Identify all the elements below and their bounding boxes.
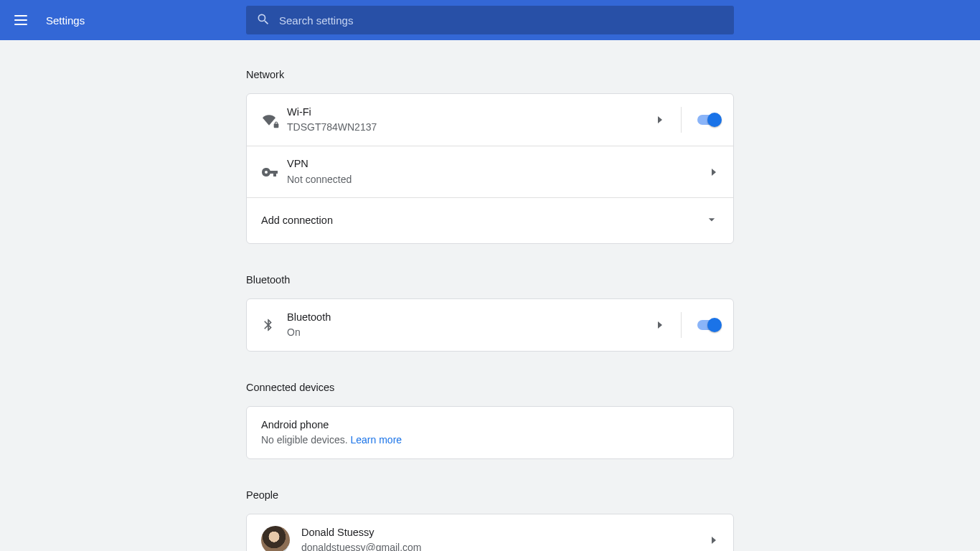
bluetooth-toggle[interactable] <box>697 320 719 330</box>
android-phone-sub: No eligible devices. Learn more <box>261 433 719 448</box>
settings-main: Network Wi-Fi TDSGT784WN2137 <box>246 40 734 551</box>
user-account-row[interactable]: Donald Stuessy donaldstuessy@gmail.com <box>247 514 733 551</box>
search-box[interactable] <box>246 6 734 34</box>
app-title: Settings <box>46 14 85 27</box>
android-phone-row: Android phone No eligible devices. Learn… <box>247 407 733 458</box>
section-title-people: People <box>246 489 734 501</box>
wifi-toggle[interactable] <box>697 115 719 125</box>
network-card: Wi-Fi TDSGT784WN2137 VPN Not connected A… <box>246 93 734 244</box>
chevron-right-icon <box>658 321 662 329</box>
bluetooth-card: Bluetooth On <box>246 298 734 352</box>
chevron-right-icon <box>712 537 716 544</box>
app-header: Settings <box>0 0 980 40</box>
wifi-row[interactable]: Wi-Fi TDSGT784WN2137 <box>247 94 733 146</box>
section-title-network: Network <box>246 69 734 80</box>
bluetooth-row[interactable]: Bluetooth On <box>247 299 733 351</box>
wifi-lock-icon <box>261 113 287 126</box>
add-connection-label: Add connection <box>261 213 705 228</box>
bluetooth-title: Bluetooth <box>287 310 658 325</box>
avatar <box>261 526 290 551</box>
search-input[interactable] <box>279 14 724 27</box>
user-name: Donald Stuessy <box>301 525 712 540</box>
bluetooth-status: On <box>287 325 658 340</box>
user-email: donaldstuessy@gmail.com <box>301 540 712 551</box>
vpn-title: VPN <box>287 156 712 171</box>
android-phone-title: Android phone <box>261 418 719 433</box>
android-phone-sub-text: No eligible devices. <box>261 434 351 446</box>
connected-devices-card: Android phone No eligible devices. Learn… <box>246 406 734 459</box>
vpn-status: Not connected <box>287 172 712 187</box>
bluetooth-icon <box>261 318 287 332</box>
section-title-bluetooth: Bluetooth <box>246 274 734 286</box>
menu-icon[interactable] <box>14 11 32 29</box>
chevron-right-icon <box>658 116 662 123</box>
section-title-connected: Connected devices <box>246 382 734 393</box>
wifi-title: Wi-Fi <box>287 105 658 120</box>
learn-more-link[interactable]: Learn more <box>351 434 402 446</box>
people-card: Donald Stuessy donaldstuessy@gmail.com <box>246 514 734 551</box>
wifi-ssid: TDSGT784WN2137 <box>287 120 658 135</box>
chevron-right-icon <box>712 169 716 176</box>
search-icon <box>256 12 270 29</box>
vpn-row[interactable]: VPN Not connected <box>247 146 733 197</box>
chevron-down-icon <box>705 212 719 229</box>
vpn-key-icon <box>261 164 287 181</box>
add-connection-row[interactable]: Add connection <box>247 197 733 243</box>
